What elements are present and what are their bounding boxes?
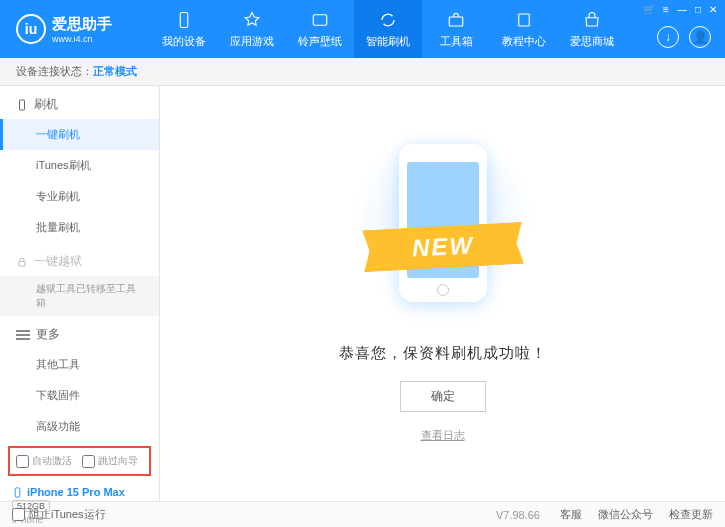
checkbox-skip[interactable] [82,455,95,468]
group-label: 刷机 [34,96,58,113]
toolbox-icon [446,10,466,30]
nav-my-device[interactable]: 我的设备 [150,0,218,58]
sidebar-item-advanced[interactable]: 高级功能 [0,411,159,442]
apps-icon [242,10,262,30]
footer-links: 客服 微信公众号 检查更新 [560,507,713,522]
nav-tutorial[interactable]: 教程中心 [490,0,558,58]
nav-label: 工具箱 [440,34,473,49]
nav-label: 我的设备 [162,34,206,49]
app-header: iu 爱思助手 www.i4.cn 我的设备 应用游戏 铃声壁纸 智能刷机 工具… [0,0,725,58]
svg-rect-4 [20,100,25,110]
checkbox-auto[interactable] [16,455,29,468]
nav-label: 智能刷机 [366,34,410,49]
svg-rect-2 [449,17,463,26]
nav-label: 铃声壁纸 [298,34,342,49]
view-log-link[interactable]: 查看日志 [421,428,465,443]
sidebar-item-download-fw[interactable]: 下载固件 [0,380,159,411]
svg-rect-6 [15,487,20,496]
device-icon [12,487,23,498]
image-icon [310,10,330,30]
footer-check-label: 阻止iTunes运行 [29,507,106,522]
version-label: V7.98.66 [496,509,540,521]
phone-small-icon [16,99,28,111]
nav-label: 应用游戏 [230,34,274,49]
group-label: 一键越狱 [34,253,82,270]
phone-graphic-icon [399,144,487,302]
status-mode: 正常模式 [93,64,137,79]
check-auto-activate[interactable]: 自动激活 [16,454,72,468]
footer-link-support[interactable]: 客服 [560,507,582,522]
device-name[interactable]: iPhone 15 Pro Max [12,486,147,498]
lock-icon [16,256,28,268]
nav-store[interactable]: 爱思商城 [558,0,626,58]
ok-button[interactable]: 确定 [400,381,486,412]
nav-label: 爱思商城 [570,34,614,49]
window-controls: 🛒 ≡ — □ ✕ [643,4,717,15]
svg-rect-3 [519,14,530,26]
main-content: NEW 恭喜您，保资料刷机成功啦！ 确定 查看日志 [160,86,725,501]
nav-ringtone[interactable]: 铃声壁纸 [286,0,354,58]
group-label: 更多 [36,326,60,343]
book-icon [514,10,534,30]
sidebar-item-othertools[interactable]: 其他工具 [0,349,159,380]
sidebar: 刷机 一键刷机 iTunes刷机 专业刷机 批量刷机 一键越狱 越狱工具已转移至… [0,86,160,501]
nav-toolbox[interactable]: 工具箱 [422,0,490,58]
check-label: 自动激活 [32,454,72,468]
congrats-text: 恭喜您，保资料刷机成功啦！ [339,344,547,363]
minimize-icon[interactable]: — [677,4,687,15]
svg-rect-0 [180,12,188,27]
main-nav: 我的设备 应用游戏 铃声壁纸 智能刷机 工具箱 教程中心 爱思商城 [150,0,725,58]
nav-apps[interactable]: 应用游戏 [218,0,286,58]
sidebar-group-flash[interactable]: 刷机 [0,86,159,119]
close-icon[interactable]: ✕ [709,4,717,15]
nav-smart-flash[interactable]: 智能刷机 [354,0,422,58]
store-icon [582,10,602,30]
refresh-icon [378,10,398,30]
download-button[interactable]: ↓ [657,26,679,48]
maximize-icon[interactable]: □ [695,4,701,15]
cart-icon[interactable]: 🛒 [643,4,655,15]
logo-icon: iu [16,14,46,44]
sidebar-group-jailbreak: 一键越狱 [0,243,159,276]
svg-rect-5 [19,261,25,266]
hamburger-icon [16,334,30,336]
svg-rect-1 [313,14,327,25]
sidebar-item-oneclick[interactable]: 一键刷机 [0,119,159,150]
logo-area: iu 爱思助手 www.i4.cn [0,14,150,44]
check-label: 跳过向导 [98,454,138,468]
footer-link-wechat[interactable]: 微信公众号 [598,507,653,522]
nav-label: 教程中心 [502,34,546,49]
sidebar-jailbreak-note: 越狱工具已转移至工具箱 [0,276,159,316]
sidebar-item-itunes[interactable]: iTunes刷机 [0,150,159,181]
new-ribbon: NEW [362,222,524,272]
check-skip-guide[interactable]: 跳过向导 [82,454,138,468]
connection-status-bar: 设备连接状态： 正常模式 [0,58,725,86]
status-prefix: 设备连接状态： [16,64,93,79]
success-illustration: NEW [353,126,533,326]
phone-icon [174,10,194,30]
sidebar-checkbox-group: 自动激活 跳过向导 [8,446,151,476]
checkbox-block-itunes[interactable] [12,508,25,521]
menu-icon[interactable]: ≡ [663,4,669,15]
sidebar-item-batch[interactable]: 批量刷机 [0,212,159,243]
header-action-circles: ↓ 👤 [657,26,711,48]
sidebar-item-pro[interactable]: 专业刷机 [0,181,159,212]
user-button[interactable]: 👤 [689,26,711,48]
sidebar-group-more[interactable]: 更多 [0,316,159,349]
footer-link-update[interactable]: 检查更新 [669,507,713,522]
block-itunes-check[interactable]: 阻止iTunes运行 [12,507,106,522]
brand-title: 爱思助手 [52,15,112,34]
brand-url: www.i4.cn [52,34,112,44]
